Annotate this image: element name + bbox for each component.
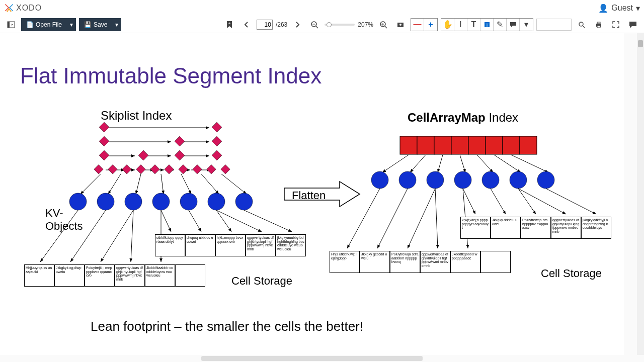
svg-point-63 <box>125 193 142 210</box>
user-menu[interactable]: 👤 Guest ▾ <box>598 4 640 13</box>
text-select-button[interactable]: I <box>454 19 467 31</box>
next-page-button[interactable] <box>290 18 304 32</box>
zoom-out-button[interactable] <box>307 18 321 32</box>
save-icon: 💾 <box>84 21 92 28</box>
svg-point-93 <box>371 171 388 189</box>
cell: Hhjjuuyrqa ss uaaajeutki <box>24 264 54 287</box>
svg-rect-42 <box>175 150 185 160</box>
fullscreen-button[interactable] <box>609 18 623 32</box>
save-dropdown[interactable]: ▾ <box>112 18 121 31</box>
svg-rect-80 <box>434 136 451 154</box>
svg-line-58 <box>181 174 191 194</box>
svg-rect-85 <box>520 136 537 154</box>
caret-down-icon: ▾ <box>636 4 640 13</box>
svg-rect-19 <box>597 26 600 28</box>
svg-point-94 <box>399 171 416 189</box>
open-file-dropdown[interactable]: ▾ <box>67 18 76 31</box>
cell: jkkgkykytkfdyji bdhghfhfnghfhg bcccdddei… <box>581 217 611 239</box>
svg-rect-46 <box>122 165 131 174</box>
cell-storage-row-4: k;wjt;wiej;ri pppppqqqyrt aajeutkiyt Jkk… <box>460 217 611 239</box>
main-toolbar: 📄 Open File ▾ 💾 Save ▾ + /263 207% — + <box>0 16 644 33</box>
cell: Jkkgky gcccdd oweiu <box>360 251 390 273</box>
svg-line-109 <box>546 189 596 214</box>
svg-rect-81 <box>451 136 468 154</box>
cell: Poiuytrewqa sdfaaabbbm npppppbvcxq <box>390 251 420 273</box>
sidebar-toggle-button[interactable] <box>4 18 18 32</box>
svg-rect-82 <box>468 136 486 154</box>
cell: Poiuytrewqa hmnppppbv cxqqaaaxcv <box>521 217 551 239</box>
svg-point-99 <box>537 171 554 189</box>
svg-line-57 <box>161 174 164 194</box>
svg-text:+: + <box>228 21 231 26</box>
svg-point-66 <box>208 193 225 210</box>
svg-line-59 <box>201 174 219 194</box>
svg-rect-37 <box>99 136 109 146</box>
svg-rect-50 <box>179 165 188 174</box>
snapshot-button[interactable] <box>393 18 408 32</box>
zoom-in-button[interactable] <box>376 18 390 32</box>
svg-rect-44 <box>94 165 103 174</box>
svg-line-8 <box>385 26 387 28</box>
cell: qgqwertyuioas dfghjklrtyuiopli kjhgfpppw… <box>551 217 581 239</box>
add-bookmark-button[interactable]: + <box>222 18 236 32</box>
decrease-width-button[interactable]: — <box>411 19 424 31</box>
vertical-scrollbar[interactable] <box>637 33 644 355</box>
more-tools-button[interactable]: ▾ <box>520 19 533 31</box>
svg-rect-47 <box>136 165 145 174</box>
svg-point-97 <box>482 171 499 189</box>
svg-line-76 <box>216 210 262 232</box>
cell: Jkkgkyk xg;diwp oweiu <box>54 264 85 287</box>
slide-title: Flat Immutable Segment Index <box>20 63 604 88</box>
svg-line-55 <box>108 174 121 194</box>
svg-line-90 <box>477 155 493 172</box>
save-button[interactable]: 💾 Save <box>79 18 112 31</box>
svg-line-106 <box>491 189 506 214</box>
draw-tool-button[interactable]: ✎ <box>494 19 507 31</box>
document-viewport[interactable]: Flat Immutable Segment Index Skiplist In… <box>0 33 644 362</box>
open-file-button[interactable]: 📄 Open File <box>21 18 67 31</box>
svg-line-101 <box>377 189 408 248</box>
page-total: /263 <box>276 21 287 28</box>
svg-rect-41 <box>138 150 148 160</box>
app-name: XODO <box>16 4 42 13</box>
cell: diwpoq abbbcc euowei <box>185 234 215 256</box>
kv-objects-right <box>371 171 554 189</box>
svg-rect-48 <box>150 165 159 174</box>
svg-line-108 <box>518 189 566 214</box>
pan-tool-button[interactable]: ✋ <box>441 19 454 31</box>
svg-rect-78 <box>400 136 417 154</box>
svg-line-69 <box>70 210 106 262</box>
prev-page-button[interactable] <box>239 18 254 32</box>
svg-line-86 <box>382 155 409 172</box>
horizontal-scrollbar[interactable] <box>201 356 423 361</box>
search-input[interactable] <box>536 19 572 31</box>
page-number-input[interactable] <box>257 20 273 30</box>
svg-rect-18 <box>597 22 600 24</box>
svg-line-60 <box>221 174 247 194</box>
search-button[interactable] <box>575 18 589 32</box>
cell: Jkdddfkaabbb cccdddeiuyow euoweiuoieu <box>145 264 175 287</box>
print-button[interactable] <box>592 18 606 32</box>
user-icon: 👤 <box>598 4 608 13</box>
svg-line-103 <box>435 189 438 248</box>
comment-tool-button[interactable] <box>507 19 520 31</box>
svg-point-12 <box>399 24 401 26</box>
svg-line-88 <box>438 155 443 172</box>
svg-line-71 <box>131 210 133 262</box>
svg-point-15 <box>579 22 583 26</box>
zoom-slider[interactable] <box>325 24 355 26</box>
svg-rect-51 <box>193 165 202 174</box>
svg-rect-52 <box>207 165 216 174</box>
svg-line-87 <box>410 155 426 172</box>
increase-width-button[interactable]: + <box>424 19 437 31</box>
svg-marker-2 <box>12 24 13 26</box>
highlight-button[interactable]: T <box>480 19 494 31</box>
cell: utkldfk;iopp qqqyrtaaa utkiyt <box>155 234 185 256</box>
comments-panel-button[interactable] <box>626 18 640 32</box>
text-tool-button[interactable]: T <box>467 19 480 31</box>
svg-line-74 <box>189 210 201 232</box>
svg-line-73 <box>161 210 171 232</box>
cell: qgqwertyuioas dfghjklrtyuiopli hgfpppwww… <box>420 251 450 273</box>
cell: qgqwertyuioas dfghjklrtyuiopli hgfpppwww… <box>115 264 145 287</box>
svg-line-102 <box>408 189 435 248</box>
